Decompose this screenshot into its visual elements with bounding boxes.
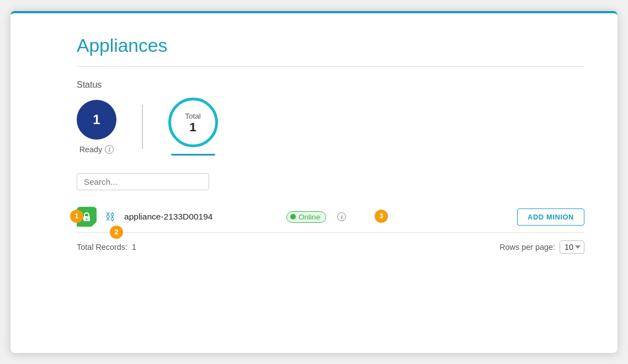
rows-per-page-select[interactable]: 10 25 50 [560,240,584,254]
rows-per-page-section: Rows per page: 10 25 50 [499,240,584,254]
ready-info-icon[interactable]: i [105,145,114,154]
total-circle-underline [171,154,215,156]
ready-status-wrapper: 1 Ready i [77,100,116,154]
page-content: Appliances Status 1 Ready i Total [10,13,618,276]
online-status-label: Online [299,213,320,221]
annotation-badge-2: 2 [110,226,123,239]
page-title: Appliances [77,35,584,56]
title-divider [77,66,584,67]
status-section-label: Status [77,80,584,90]
total-records: Total Records: 1 [77,243,136,251]
search-input[interactable] [84,177,202,186]
annotation-badge-3: 3 [375,210,388,223]
annotation-badge-1: 1 [70,210,83,223]
rows-per-page-label: Rows per page: [499,243,555,251]
footer-row: Total Records: 1 Rows per page: 10 25 50 [77,240,584,254]
status-section: 1 Ready i Total 1 [77,98,584,156]
total-status-wrapper: Total 1 [168,98,218,156]
ready-label-text: Ready [79,145,103,154]
appliance-name[interactable]: appliance-2133D00194 [124,212,278,222]
svg-point-1 [86,218,88,220]
main-window: Appliances Status 1 Ready i Total [10,11,618,353]
ready-count: 1 [93,112,100,127]
status-vertical-divider [142,105,143,149]
ready-circle[interactable]: 1 [77,100,116,140]
total-records-label: Total Records: [77,243,127,251]
appliance-row: 1 ⛓ appliance-2133D00194 Online [77,200,584,233]
add-minion-button[interactable]: ADD MINION [517,208,584,226]
online-dot [290,214,296,220]
search-bar[interactable] [77,173,209,190]
ready-label-row: Ready i [79,145,114,154]
total-count: 1 [189,121,196,133]
total-records-value: 1 [132,243,136,251]
appliance-info-icon[interactable]: i [337,212,346,221]
total-circle[interactable]: Total 1 [168,98,218,147]
online-status-badge: Online [286,211,326,223]
link-icon[interactable]: ⛓ [105,211,115,223]
